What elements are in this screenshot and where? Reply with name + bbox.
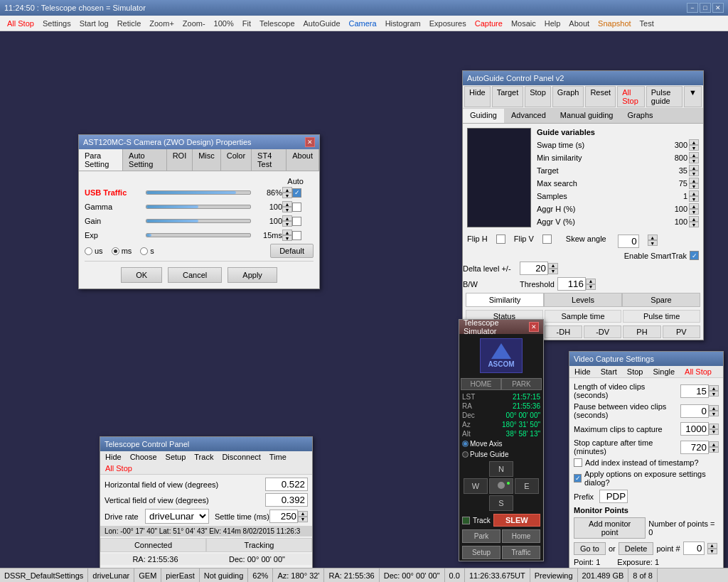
usb-traffic-up[interactable]: ▲ [282,187,292,193]
sim-traffic-button[interactable]: Traffic [502,546,540,559]
tab-st4-test[interactable]: ST4 Test [252,149,287,171]
ag-pulseguide-arrow[interactable]: ▼ [684,86,702,107]
close-button[interactable]: ✕ [712,3,724,13]
maximize-button[interactable]: □ [700,3,711,13]
tc-settle-input[interactable] [269,510,298,523]
menu-mosaic[interactable]: Mosaic [507,18,540,29]
target-down[interactable]: ▼ [689,171,699,176]
menu-start-log[interactable]: Start log [75,18,113,29]
sim-track-checkbox[interactable] [462,517,470,524]
vc-delete-btn[interactable]: Delete [619,542,654,555]
vc-goto-btn[interactable]: Go to [574,542,606,555]
vc-prefix-input[interactable] [599,490,628,503]
threshold-down[interactable]: ▼ [586,284,596,290]
tab-misc[interactable]: Misc [193,149,221,171]
target-up[interactable]: ▲ [689,165,699,171]
menu-about[interactable]: About [564,18,594,29]
sim-dir-center[interactable] [489,478,513,494]
tc-vfov-input[interactable] [265,493,308,507]
menu-zoom-minus[interactable]: Zoom- [178,18,210,29]
gamma-slider[interactable] [146,205,251,209]
gamma-down[interactable]: ▼ [282,207,292,212]
samples-down[interactable]: ▼ [689,196,699,202]
gamma-up[interactable]: ▲ [282,201,292,207]
usb-traffic-auto-checkbox[interactable]: ✓ [292,188,301,198]
aggrh-up[interactable]: ▲ [689,203,699,209]
sim-park-action-button[interactable]: Park [462,529,500,543]
ag-graph-btn[interactable]: Graph [552,86,584,107]
ag-section-spare[interactable]: Spare [622,293,700,307]
smarttrak-checkbox[interactable]: ✓ [690,251,699,260]
sim-home-button[interactable]: HOME [461,378,501,390]
ag-target-btn[interactable]: Target [492,86,524,107]
minsim-down[interactable]: ▼ [689,158,699,163]
gain-down[interactable]: ▼ [282,221,292,227]
menu-settings[interactable]: Settings [38,18,75,29]
aggrh-down[interactable]: ▼ [689,209,699,215]
gain-slider[interactable] [146,219,251,223]
vc-length-down[interactable]: ▼ [709,391,719,397]
vc-point-down[interactable]: ▼ [707,549,717,554]
sim-home-action-button[interactable]: Home [502,529,540,543]
usb-traffic-slider[interactable] [146,190,251,195]
vc-apply-options-checkbox[interactable]: ✓ [574,474,582,483]
menu-snapshot[interactable]: Snapshot [594,18,635,29]
vc-length-input[interactable] [680,384,709,398]
menu-reticle[interactable]: Reticle [113,18,146,29]
menu-help[interactable]: Help [540,18,565,29]
cancel-button[interactable]: Cancel [168,267,222,283]
radio-us-circle[interactable] [85,247,92,255]
sim-dir-north[interactable]: N [489,461,513,477]
ag-stop-btn[interactable]: Stop [525,86,551,107]
menu-capture[interactable]: Capture [471,18,507,29]
menu-autoguide[interactable]: AutoGuide [299,18,345,29]
skew-angle-input[interactable] [618,235,639,248]
ag-tab-advanced[interactable]: Advanced [504,109,553,123]
ok-button[interactable]: OK [121,267,162,283]
tab-roi[interactable]: ROI [167,149,193,171]
gamma-auto-checkbox[interactable] [292,203,301,212]
sim-dir-west[interactable]: W [464,478,488,494]
vc-maxclips-down[interactable]: ▼ [709,429,719,435]
tc-time-btn[interactable]: Time [266,452,290,462]
maxsearch-up[interactable]: ▲ [689,178,699,183]
ag-tab-graphs[interactable]: Graphs [620,109,660,123]
delta-input[interactable] [520,262,548,275]
aggrv-up[interactable]: ▲ [689,216,699,222]
vc-pause-input[interactable] [680,404,709,418]
tc-disconnect-btn[interactable]: Disconnect [218,452,264,462]
gain-auto-checkbox[interactable] [292,217,301,226]
tc-allstop-btn[interactable]: All Stop [102,463,136,473]
minimize-button[interactable]: − [687,3,698,13]
tab-about[interactable]: About [287,149,319,171]
delta-up[interactable]: ▲ [548,263,558,269]
exp-auto-checkbox[interactable] [292,231,301,240]
vc-pause-down[interactable]: ▼ [709,411,719,416]
ag-pulseguide-btn[interactable]: Pulse guide [646,86,682,107]
vc-point-input[interactable] [683,541,705,555]
tc-setup-btn[interactable]: Setup [162,452,190,462]
threshold-up[interactable]: ▲ [586,279,596,284]
default-button[interactable]: Default [270,244,314,258]
exp-slider[interactable] [146,233,251,237]
maxsearch-down[interactable]: ▼ [689,183,699,189]
flip-v-checkbox[interactable] [542,235,552,244]
radio-ms[interactable]: ms [112,247,132,255]
sim-slew-button[interactable]: SLEW [493,514,540,527]
radio-s-circle[interactable] [140,247,148,255]
apply-button[interactable]: Apply [228,267,277,283]
menu-test[interactable]: Test [636,18,658,29]
flip-h-checkbox[interactable] [496,235,505,244]
sim-park-button[interactable]: PARK [501,378,542,390]
tab-para-setting[interactable]: Para Setting [79,149,123,171]
ag-hide-btn[interactable]: Hide [464,86,491,107]
vc-stop-btn[interactable]: Stop [623,367,647,377]
vc-add-index-checkbox[interactable] [574,458,582,467]
ag-tab-manual[interactable]: Manual guiding [553,109,621,123]
ag-tab-guiding[interactable]: Guiding [463,109,504,123]
ag-section-levels[interactable]: Levels [544,293,622,307]
radio-ms-circle[interactable] [112,247,119,255]
ag-allstop-btn[interactable]: All Stop [617,86,645,107]
skew-down[interactable]: ▼ [648,240,658,246]
menu-exposures[interactable]: Exposures [425,18,471,29]
